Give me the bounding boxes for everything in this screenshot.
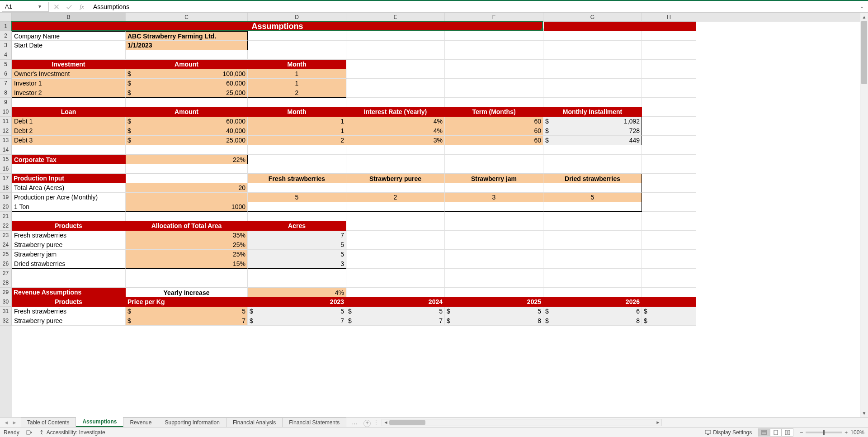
investment-month[interactable]: 2 [248, 88, 346, 98]
scroll-right-icon[interactable]: ► [654, 420, 661, 425]
cell[interactable] [346, 212, 445, 221]
add-sheet-button[interactable]: + [363, 420, 371, 427]
rev-header[interactable]: Price per Kg [126, 297, 248, 307]
yearly-increase-label[interactable]: Yearly Increase [126, 288, 248, 297]
start-date-label[interactable]: Start Date [12, 41, 126, 50]
cell[interactable] [445, 155, 543, 164]
prod-col-header[interactable]: Strawberry jam [445, 174, 543, 183]
cell[interactable] [543, 183, 642, 193]
cell[interactable] [346, 50, 445, 60]
zoom-in-button[interactable]: + [844, 429, 848, 436]
sheet-tab[interactable]: Financial Statements [283, 418, 346, 427]
prod-col-header[interactable]: Strawberry puree [346, 174, 445, 183]
product-alloc[interactable]: 25% [126, 250, 248, 259]
accessibility-status[interactable]: Accessibility: Investigate [38, 429, 105, 436]
investment-month[interactable]: 1 [248, 79, 346, 88]
rev-product-name[interactable]: Fresh strawberries [12, 307, 126, 316]
cell[interactable] [445, 145, 543, 155]
scroll-track[interactable] [389, 419, 654, 426]
fx-icon[interactable]: fx [77, 2, 87, 12]
vertical-scrollbar[interactable]: ▲ ▼ [860, 13, 868, 417]
column-header[interactable]: E [346, 13, 445, 22]
company-name-value[interactable]: ABC Strawberry Farming Ltd. [126, 31, 248, 41]
loan-header[interactable]: Loan [12, 107, 126, 117]
cell[interactable] [642, 231, 696, 240]
macro-record-icon[interactable] [26, 429, 32, 436]
row-header[interactable]: 12 [0, 126, 12, 136]
cell[interactable] [445, 98, 543, 107]
cell[interactable] [12, 145, 126, 155]
row-header[interactable]: 1 [0, 22, 12, 31]
zoom-slider-thumb[interactable] [823, 430, 825, 435]
prod-per-acre-value[interactable]: 5 [543, 193, 642, 202]
cell[interactable] [248, 50, 346, 60]
investment-header[interactable]: Amount [126, 60, 248, 69]
product-name[interactable]: Dried strawberries [12, 259, 126, 269]
row-header[interactable]: 9 [0, 98, 12, 107]
product-alloc[interactable]: 35% [126, 231, 248, 240]
cell[interactable] [248, 183, 346, 193]
product-name[interactable]: Strawberry puree [12, 240, 126, 250]
cell[interactable]: $ [642, 307, 696, 316]
scroll-thumb[interactable] [389, 420, 425, 425]
cell[interactable] [642, 107, 696, 117]
yearly-increase-value[interactable]: 4% [248, 288, 346, 297]
zoom-slider[interactable] [806, 432, 842, 433]
cell[interactable] [642, 79, 696, 88]
cell[interactable] [642, 50, 696, 60]
row-header[interactable]: 14 [0, 145, 12, 155]
cell[interactable] [445, 183, 543, 193]
cell[interactable] [445, 240, 543, 250]
cell[interactable] [346, 202, 445, 212]
row-header[interactable]: 8 [0, 88, 12, 98]
name-box[interactable] [5, 3, 37, 10]
rev-header[interactable]: 2026 [543, 297, 642, 307]
product-acres[interactable]: 3 [248, 259, 346, 269]
cell[interactable] [346, 164, 445, 174]
row-header[interactable]: 18 [0, 183, 12, 193]
row-header[interactable]: 4 [0, 50, 12, 60]
cell[interactable] [642, 183, 696, 193]
cell[interactable] [642, 88, 696, 98]
row-header[interactable]: 10 [0, 107, 12, 117]
company-name-label[interactable]: Company Name [12, 31, 126, 41]
cell[interactable] [543, 60, 642, 69]
cell[interactable] [126, 269, 248, 278]
prod-col-header[interactable]: Fresh strawberries [248, 174, 346, 183]
row-header[interactable]: 3 [0, 41, 12, 50]
cell[interactable] [445, 221, 543, 231]
scroll-track[interactable] [860, 21, 868, 409]
zoom-out-button[interactable]: − [800, 429, 803, 436]
row-header[interactable]: 29 [0, 288, 12, 297]
more-tabs-button[interactable]: … [348, 418, 361, 427]
scroll-up-icon[interactable]: ▲ [860, 13, 868, 21]
loan-installment[interactable]: $728 [543, 126, 642, 136]
one-ton-value[interactable]: 1000 [126, 202, 248, 212]
cell[interactable] [543, 164, 642, 174]
row-header[interactable]: 23 [0, 231, 12, 240]
cell[interactable] [543, 221, 642, 231]
name-box-wrap[interactable]: ▼ [2, 2, 49, 12]
cell[interactable] [543, 240, 642, 250]
row-header[interactable]: 17 [0, 174, 12, 183]
cell[interactable] [248, 41, 346, 50]
cell[interactable] [445, 269, 543, 278]
cell[interactable] [642, 221, 696, 231]
cell[interactable] [346, 41, 445, 50]
cell[interactable] [346, 31, 445, 41]
cell[interactable] [346, 278, 445, 288]
sheet-tab[interactable]: Financial Analysis [226, 418, 283, 427]
cell[interactable] [126, 278, 248, 288]
cell[interactable] [12, 269, 126, 278]
cell[interactable] [642, 259, 696, 269]
start-date-value[interactable]: 1/1/2023 [126, 41, 248, 50]
loan-header[interactable]: Interest Rate (Yearly) [346, 107, 445, 117]
cell[interactable] [642, 278, 696, 288]
cell[interactable]: $ [642, 316, 696, 326]
row-header[interactable]: 15 [0, 155, 12, 164]
loan-name[interactable]: Debt 1 [12, 117, 126, 126]
rev-year-value[interactable]: $8 [445, 316, 543, 326]
cell[interactable] [248, 212, 346, 221]
cell[interactable] [126, 50, 248, 60]
column-header[interactable]: H [642, 13, 696, 22]
